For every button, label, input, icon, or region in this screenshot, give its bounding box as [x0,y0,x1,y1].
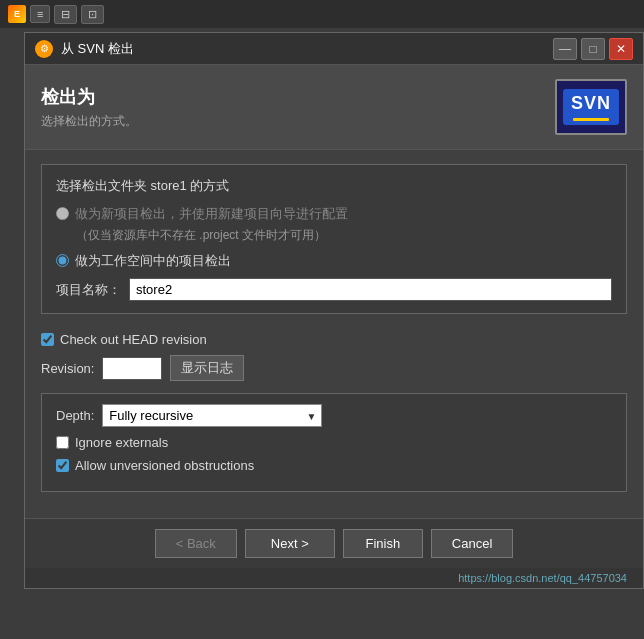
dialog-window: ⚙ 从 SVN 检出 — □ ✕ 检出为 选择检出的方式。 SVN 选择检出文件… [24,32,644,589]
radio-new-project[interactable] [56,207,69,220]
radio-workspace-label: 做为工作空间中的项目检出 [75,252,231,270]
depth-row: Depth: Fully recursive Immediate childre… [56,404,612,427]
allow-unversioned-label: Allow unversioned obstructions [75,458,254,473]
radio-workspace[interactable] [56,254,69,267]
taskbar-btn2[interactable]: ⊟ [54,5,77,24]
cancel-button[interactable]: Cancel [431,529,513,558]
taskbar-btn3[interactable]: ⊡ [81,5,104,24]
checkout-head-label: Check out HEAD revision [60,332,207,347]
revision-row: Revision: 显示日志 [41,355,627,381]
footer-url: https://blog.csdn.net/qq_44757034 [458,572,627,584]
finish-button[interactable]: Finish [343,529,423,558]
allow-unversioned-row[interactable]: Allow unversioned obstructions [56,458,612,473]
dialog-header-content: 检出为 选择检出的方式。 [41,85,137,130]
dialog-header: 检出为 选择检出的方式。 SVN [25,65,643,150]
maximize-button[interactable]: □ [581,38,605,60]
project-name-input[interactable] [129,278,612,301]
dialog-subtitle: 选择检出的方式。 [41,113,137,130]
revision-label: Revision: [41,361,94,376]
taskbar-btn[interactable]: ≡ [30,5,50,23]
taskbar-icon: E [8,5,26,23]
revision-input[interactable] [102,357,162,380]
close-button[interactable]: ✕ [609,38,633,60]
svn-logo-text: SVN [571,93,611,115]
dialog-title: 从 SVN 检出 [61,40,545,58]
taskbar: E ≡ ⊟ ⊡ [0,0,644,28]
ignore-externals-row[interactable]: Ignore externals [56,435,612,450]
project-name-label: 项目名称： [56,281,121,299]
show-log-button[interactable]: 显示日志 [170,355,244,381]
dialog-main-title: 检出为 [41,85,137,109]
radio-option-new-project[interactable]: 做为新项目检出，并使用新建项目向导进行配置 [56,205,612,223]
footer-note: https://blog.csdn.net/qq_44757034 [25,568,643,588]
title-bar: ⚙ 从 SVN 检出 — □ ✕ [25,33,643,65]
allow-unversioned-checkbox[interactable] [56,459,69,472]
back-button[interactable]: < Back [155,529,237,558]
depth-label: Depth: [56,408,94,423]
title-bar-icon: ⚙ [35,40,53,58]
button-bar: < Back Next > Finish Cancel [25,518,643,568]
checkout-head-row[interactable]: Check out HEAD revision [41,332,627,347]
revision-section: Check out HEAD revision Revision: 显示日志 [41,328,627,393]
ignore-externals-label: Ignore externals [75,435,168,450]
radio-option-workspace[interactable]: 做为工作空间中的项目检出 [56,252,612,270]
dialog-body: 选择检出文件夹 store1 的方式 做为新项目检出，并使用新建项目向导进行配置… [25,150,643,514]
title-controls: — □ ✕ [553,38,633,60]
radio-new-project-label: 做为新项目检出，并使用新建项目向导进行配置 [75,205,348,223]
radio1-note: （仅当资源库中不存在 .project 文件时才可用） [76,227,612,244]
minimize-button[interactable]: — [553,38,577,60]
depth-section: Depth: Fully recursive Immediate childre… [41,393,627,492]
next-button[interactable]: Next > [245,529,335,558]
depth-select[interactable]: Fully recursive Immediate children Only … [102,404,322,427]
checkout-head-checkbox[interactable] [41,333,54,346]
svn-logo-line [573,118,609,121]
checkout-options-section: 选择检出文件夹 store1 的方式 做为新项目检出，并使用新建项目向导进行配置… [41,164,627,314]
project-name-row: 项目名称： [56,278,612,301]
ignore-externals-checkbox[interactable] [56,436,69,449]
section1-title: 选择检出文件夹 store1 的方式 [56,177,612,195]
depth-select-wrapper[interactable]: Fully recursive Immediate children Only … [102,404,322,427]
svn-logo: SVN [555,79,627,135]
svn-logo-inner: SVN [563,89,619,125]
